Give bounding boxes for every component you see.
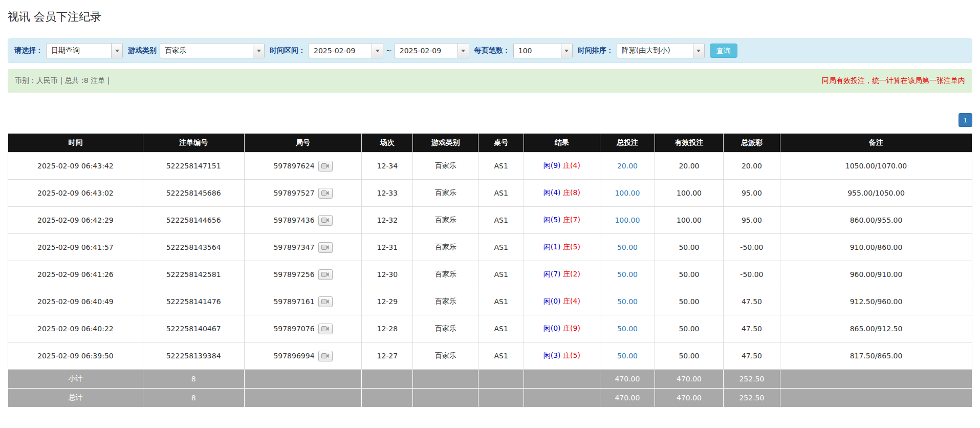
- footer-cell: [244, 370, 362, 389]
- same-round-notice: 同局有效投注，统一计算在该局第一张注单内: [822, 76, 965, 85]
- caret-shape: [564, 50, 569, 52]
- footer-cell: 8: [143, 389, 244, 408]
- chevron-down-icon[interactable]: [253, 44, 264, 58]
- footer-cell: 470.00: [600, 370, 655, 389]
- video-replay-button[interactable]: [318, 351, 333, 361]
- valid-bet-cell: 100.00: [655, 207, 724, 234]
- result-player: 闲(9): [543, 161, 561, 169]
- video-icon: [321, 190, 329, 196]
- session-cell: 12-29: [362, 288, 413, 315]
- footer-cell: 470.00: [655, 389, 724, 408]
- game-type-cell: 百家乐: [413, 234, 478, 261]
- footer-cell: 252.50: [723, 389, 780, 408]
- payout-cell: 47.50: [723, 315, 780, 343]
- valid-bet-cell: 50.00: [655, 343, 724, 370]
- round-id-cell: 597897624: [244, 153, 362, 180]
- search-button[interactable]: 查询: [710, 44, 737, 58]
- table-row: 2025-02-09 06:41:57522258143564597897347…: [8, 234, 972, 261]
- page-button-1[interactable]: 1: [959, 113, 972, 127]
- column-header: 结果: [524, 134, 600, 153]
- total-bet-link[interactable]: 100.00: [615, 216, 640, 224]
- date-from-select[interactable]: 2025-02-09: [309, 43, 383, 58]
- bet-id-cell: 522258140467: [143, 315, 244, 343]
- footer-cell: [413, 389, 478, 408]
- date-range-label: 时间区间：: [270, 46, 306, 55]
- footer-cell: [524, 389, 600, 408]
- total-bet-cell: 50.00: [600, 261, 655, 288]
- total-bet-cell: 100.00: [600, 180, 655, 207]
- time-cell: 2025-02-09 06:42:29: [8, 207, 143, 234]
- total-bet-link[interactable]: 50.00: [617, 270, 638, 279]
- round-id: 597897436: [273, 216, 314, 224]
- total-bet-cell: 100.00: [600, 207, 655, 234]
- video-icon: [321, 244, 329, 250]
- result-banker: 庄(5): [563, 351, 580, 359]
- table-no-cell: AS1: [478, 180, 524, 207]
- video-replay-button[interactable]: [318, 269, 333, 280]
- total-bet-link[interactable]: 50.00: [617, 243, 638, 251]
- video-replay-button[interactable]: [318, 215, 333, 226]
- video-replay-button[interactable]: [318, 161, 333, 172]
- payout-cell: -50.00: [723, 261, 780, 288]
- total-bet-link[interactable]: 100.00: [615, 189, 640, 197]
- table-no-cell: AS1: [478, 234, 524, 261]
- table-no-cell: AS1: [478, 288, 524, 315]
- chevron-down-icon[interactable]: [561, 44, 572, 58]
- column-header: 桌号: [478, 134, 524, 153]
- footer-cell: 470.00: [655, 370, 724, 389]
- result-player: 闲(7): [543, 270, 561, 278]
- note-cell: 960.00/910.00: [780, 261, 972, 288]
- bet-id-cell: 522258141476: [143, 288, 244, 315]
- video-replay-button[interactable]: [318, 242, 333, 253]
- date-to-select[interactable]: 2025-02-09: [395, 43, 469, 58]
- page-size-select[interactable]: 100: [513, 43, 573, 58]
- result-player: 闲(4): [543, 188, 561, 197]
- game-type-select[interactable]: 百家乐: [160, 43, 265, 58]
- note-cell: 955.00/1050.00: [780, 180, 972, 207]
- footer-cell: [362, 389, 413, 408]
- round-id-cell: 597897076: [244, 315, 362, 343]
- round-id: 597896994: [273, 351, 314, 359]
- video-replay-button[interactable]: [318, 296, 333, 307]
- payout-cell: 95.00: [723, 180, 780, 207]
- table-row: 2025-02-09 06:40:22522258140467597897076…: [8, 315, 972, 343]
- result-banker: 庄(5): [563, 243, 580, 251]
- round-id: 597897161: [273, 297, 314, 305]
- round-id-cell: 597897256: [244, 261, 362, 288]
- video-replay-button[interactable]: [318, 324, 333, 334]
- total-bet-link[interactable]: 50.00: [617, 325, 638, 333]
- chevron-down-icon[interactable]: [372, 44, 383, 58]
- query-type-select[interactable]: 日期查询: [46, 43, 123, 58]
- video-icon: [321, 326, 329, 332]
- round-id-cell: 597897436: [244, 207, 362, 234]
- footer-cell: 252.50: [723, 370, 780, 389]
- bet-id-cell: 522258144656: [143, 207, 244, 234]
- betting-records-page: 视讯 会员下注纪录 请选择： 日期查询 游戏类别 百家乐 时间区间： 2025-…: [0, 0, 980, 408]
- session-cell: 12-27: [362, 343, 413, 370]
- result-cell: 闲(0) 庄(9): [524, 315, 600, 343]
- total-bet-link[interactable]: 20.00: [617, 162, 638, 170]
- column-header: 有效投注: [655, 134, 724, 153]
- footer-cell: [413, 370, 478, 389]
- chevron-down-icon[interactable]: [693, 44, 704, 58]
- round-id: 597897624: [273, 161, 314, 169]
- time-cell: 2025-02-09 06:40:49: [8, 288, 143, 315]
- game-type-cell: 百家乐: [413, 288, 478, 315]
- table-footer: 小计8470.00470.00252.50总计8470.00470.00252.…: [8, 370, 972, 408]
- column-header: 时间: [8, 134, 143, 153]
- payout-cell: -50.00: [723, 234, 780, 261]
- valid-bet-cell: 50.00: [655, 234, 724, 261]
- video-replay-button[interactable]: [318, 188, 333, 199]
- sort-select[interactable]: 降冪(由大到小): [617, 43, 705, 58]
- pagination: 1: [8, 113, 972, 127]
- session-cell: 12-34: [362, 153, 413, 180]
- footer-cell: 8: [143, 370, 244, 389]
- result-player: 闲(3): [543, 351, 561, 359]
- total-bet-link[interactable]: 50.00: [617, 297, 638, 306]
- summary-bar: 币别：人民币 | 总共 :8 注单 | 同局有效投注，统一计算在该局第一张注单内: [8, 69, 972, 93]
- chevron-down-icon[interactable]: [111, 44, 122, 58]
- total-bet-link[interactable]: 50.00: [617, 352, 638, 360]
- game-type-cell: 百家乐: [413, 207, 478, 234]
- date-to-value: 2025-02-09: [395, 44, 458, 58]
- chevron-down-icon[interactable]: [458, 44, 469, 58]
